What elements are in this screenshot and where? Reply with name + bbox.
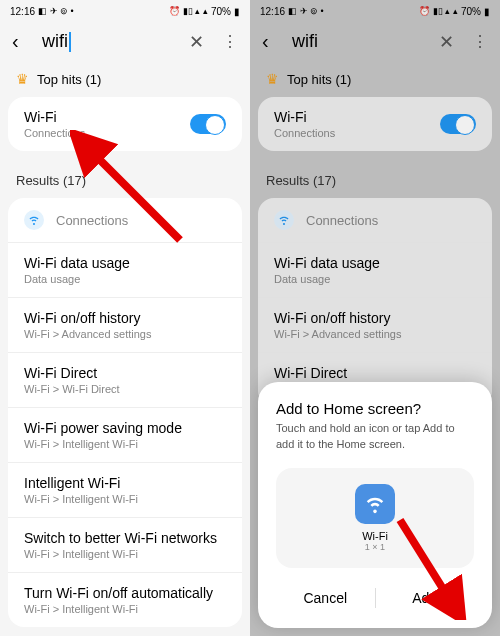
list-item[interactable]: Intelligent Wi-FiWi-Fi > Intelligent Wi-…	[8, 463, 242, 518]
status-battery: 70%	[461, 6, 481, 17]
list-item[interactable]: Wi-Fi DirectWi-Fi > Wi-Fi Direct	[8, 353, 242, 408]
results-card: Connections Wi-Fi data usageData usage W…	[258, 198, 492, 407]
search-row: ‹ wifi ✕ ⋮	[0, 22, 250, 61]
list-item[interactable]: Wi-Fi data usageData usage	[258, 243, 492, 298]
wifi-sub: Connections	[274, 127, 440, 139]
app-label: Wi-Fi	[292, 530, 458, 542]
results-header: Results (17)	[0, 163, 250, 198]
sheet-description: Touch and hold an icon or tap Add to add…	[276, 421, 474, 452]
connections-header[interactable]: Connections	[258, 198, 492, 243]
results-card: Connections Wi-Fi data usageData usage W…	[8, 198, 242, 627]
wifi-sub: Connections	[24, 127, 190, 139]
back-icon[interactable]: ‹	[12, 30, 32, 53]
phone-screen-right: 12:16 ◧ ✈ ⊚ • ⏰ ▮▯ ▴ ▴ 70% ▮ ‹ wifi ✕ ⋮ …	[250, 0, 500, 636]
status-signal-icons: ⏰ ▮▯ ▴ ▴	[419, 6, 458, 16]
sheet-title: Add to Home screen?	[276, 400, 474, 417]
add-home-sheet: Add to Home screen? Touch and hold an ic…	[258, 382, 492, 628]
list-item[interactable]: Turn Wi-Fi on/off automaticallyWi-Fi > I…	[8, 573, 242, 627]
connections-label: Connections	[306, 213, 378, 228]
wifi-icon	[24, 210, 44, 230]
list-item[interactable]: Wi-Fi data usageData usage	[8, 243, 242, 298]
icon-preview[interactable]: Wi-Fi 1 × 1	[276, 468, 474, 568]
top-hits-header: ♛ Top hits (1)	[0, 61, 250, 97]
top-hits-card: Wi-Fi Connections	[8, 97, 242, 151]
status-signal-icons: ⏰ ▮▯ ▴ ▴	[169, 6, 208, 16]
connections-label: Connections	[56, 213, 128, 228]
cancel-button[interactable]: Cancel	[276, 578, 375, 618]
top-hits-card: Wi-Fi Connections	[258, 97, 492, 151]
search-input[interactable]: wifi	[292, 31, 429, 52]
top-hits-label: Top hits (1)	[287, 72, 351, 87]
search-row: ‹ wifi ✕ ⋮	[250, 22, 500, 61]
wifi-title: Wi-Fi	[274, 109, 440, 125]
battery-icon: ▮	[234, 6, 240, 17]
top-hits-label: Top hits (1)	[37, 72, 101, 87]
top-hits-header: ♛ Top hits (1)	[250, 61, 500, 97]
list-item[interactable]: Wi-Fi on/off historyWi-Fi > Advanced set…	[258, 298, 492, 353]
crown-icon: ♛	[266, 71, 279, 87]
status-bar: 12:16 ◧ ✈ ⊚ • ⏰ ▮▯ ▴ ▴ 70% ▮	[250, 0, 500, 22]
results-header: Results (17)	[250, 163, 500, 198]
search-input[interactable]: wifi	[42, 31, 179, 52]
add-button[interactable]: Add	[376, 578, 475, 618]
clear-icon[interactable]: ✕	[439, 31, 454, 53]
list-item[interactable]: Wi-Fi power saving modeWi-Fi > Intellige…	[8, 408, 242, 463]
more-icon[interactable]: ⋮	[222, 32, 238, 51]
wifi-toggle[interactable]	[190, 114, 226, 134]
sheet-buttons: Cancel Add	[276, 578, 474, 618]
crown-icon: ♛	[16, 71, 29, 87]
wifi-toggle-item[interactable]: Wi-Fi Connections	[8, 97, 242, 151]
clear-icon[interactable]: ✕	[189, 31, 204, 53]
status-battery: 70%	[211, 6, 231, 17]
more-icon[interactable]: ⋮	[472, 32, 488, 51]
wifi-title: Wi-Fi	[24, 109, 190, 125]
status-time: 12:16	[10, 6, 35, 17]
list-item[interactable]: Wi-Fi on/off historyWi-Fi > Advanced set…	[8, 298, 242, 353]
status-notif-icons: ◧ ✈ ⊚ •	[288, 6, 324, 16]
back-icon[interactable]: ‹	[262, 30, 282, 53]
wifi-app-icon	[355, 484, 395, 524]
status-bar: 12:16 ◧ ✈ ⊚ • ⏰ ▮▯ ▴ ▴ 70% ▮	[0, 0, 250, 22]
connections-header[interactable]: Connections	[8, 198, 242, 243]
wifi-toggle-item[interactable]: Wi-Fi Connections	[258, 97, 492, 151]
status-time: 12:16	[260, 6, 285, 17]
phone-screen-left: 12:16 ◧ ✈ ⊚ • ⏰ ▮▯ ▴ ▴ 70% ▮ ‹ wifi ✕ ⋮ …	[0, 0, 250, 636]
wifi-toggle[interactable]	[440, 114, 476, 134]
battery-icon: ▮	[484, 6, 490, 17]
app-size: 1 × 1	[292, 542, 458, 552]
list-item[interactable]: Switch to better Wi-Fi networksWi-Fi > I…	[8, 518, 242, 573]
status-notif-icons: ◧ ✈ ⊚ •	[38, 6, 74, 16]
wifi-icon	[274, 210, 294, 230]
